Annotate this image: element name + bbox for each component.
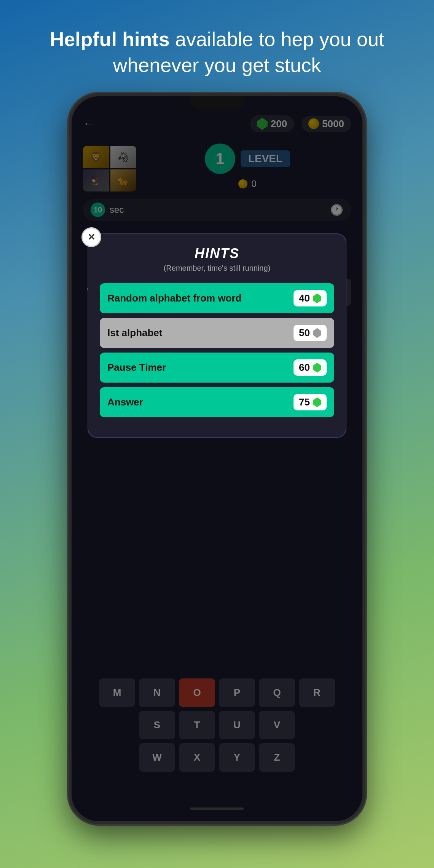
hint-row-pause-timer[interactable]: Pause Timer 60: [100, 353, 334, 383]
hints-subtitle: (Remember, time's still running): [100, 264, 334, 273]
hint-row-answer[interactable]: Answer 75: [100, 387, 334, 417]
hint-row-ist-alphabet[interactable]: Ist alphabet 50: [100, 318, 334, 348]
hint-cost-1: 40: [294, 290, 327, 306]
hint-gem-icon-3: [313, 363, 321, 373]
hint-label-1: Random alphabet from word: [107, 292, 241, 304]
hints-close-button[interactable]: ✕: [81, 227, 101, 247]
phone-frame: ← 200 5000 🦁 🦓 🦅 🐆 1 LEVEL: [69, 93, 365, 824]
hints-title: HINTS: [100, 246, 334, 262]
hint-label-2: Ist alphabet: [107, 327, 162, 339]
notch: [190, 96, 244, 108]
headline-bold: Helpful hints: [50, 28, 170, 50]
hint-cost-value-1: 40: [299, 292, 310, 304]
headline: Helpful hints available to hep you out w…: [0, 27, 434, 78]
hint-label-3: Pause Timer: [107, 362, 166, 373]
hint-cost-value-3: 60: [299, 362, 310, 373]
phone-screen: ← 200 5000 🦁 🦓 🦅 🐆 1 LEVEL: [72, 96, 362, 821]
hint-label-4: Answer: [107, 396, 143, 408]
hints-overlay: ✕ HINTS (Remember, time's still running)…: [72, 96, 362, 821]
right-side-buttons: [363, 211, 365, 241]
hints-modal: ✕ HINTS (Remember, time's still running)…: [88, 233, 346, 438]
hint-cost-value-4: 75: [299, 396, 310, 408]
hint-cost-3: 60: [294, 359, 327, 376]
hint-cost-4: 75: [294, 394, 327, 410]
hint-cost-2: 50: [294, 325, 327, 341]
hint-gem-icon-2: [313, 328, 321, 338]
hint-gem-icon-1: [313, 294, 321, 303]
hint-gem-icon-4: [313, 397, 321, 407]
left-side-buttons: [69, 191, 71, 266]
hint-cost-value-2: 50: [299, 327, 310, 339]
hint-row-random-alphabet[interactable]: Random alphabet from word 40: [100, 283, 334, 313]
